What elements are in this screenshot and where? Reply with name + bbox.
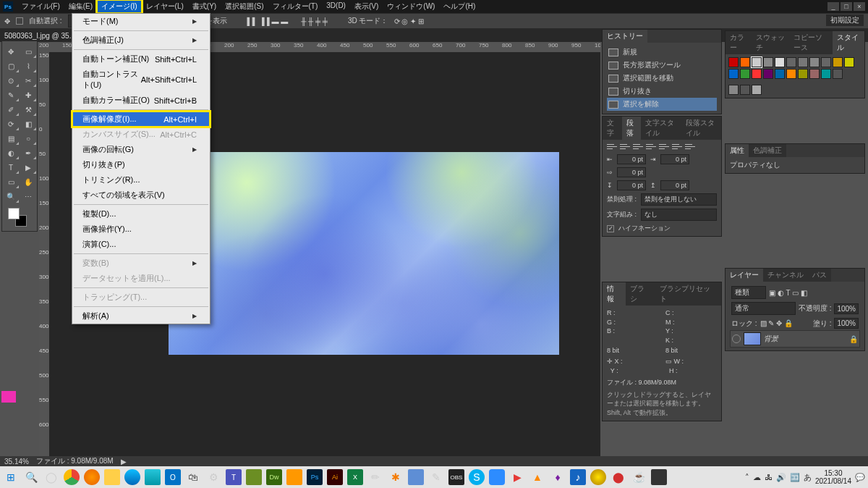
swatch[interactable] bbox=[809, 69, 820, 79]
3d-mode-icons[interactable]: ⟳ ◎ ✦ ⊞ bbox=[394, 17, 424, 25]
menu-item[interactable]: すべての領域を表示(V) bbox=[72, 188, 210, 203]
minimize-button[interactable]: _ bbox=[827, 2, 839, 11]
app-icon-3[interactable]: ✱ bbox=[388, 469, 404, 485]
tab[interactable]: レイヤー bbox=[726, 269, 763, 282]
swatch[interactable] bbox=[821, 57, 831, 67]
skype-icon[interactable]: S bbox=[469, 469, 485, 485]
hyphenate-checkbox[interactable]: ✓ bbox=[607, 225, 614, 232]
brush-tool[interactable]: ✐ bbox=[2, 102, 20, 117]
init-defaults-button[interactable]: 初期設定 bbox=[826, 14, 864, 26]
swatch[interactable] bbox=[821, 69, 831, 79]
swatch[interactable] bbox=[844, 57, 854, 67]
swatch[interactable] bbox=[752, 57, 762, 67]
teams-icon[interactable]: T bbox=[226, 469, 242, 485]
blend-mode-select[interactable]: 通常 bbox=[731, 302, 796, 315]
tab[interactable]: 情報 bbox=[603, 282, 626, 306]
network-icon[interactable]: 🖧 bbox=[765, 473, 773, 481]
align-icons-row[interactable] bbox=[607, 143, 717, 151]
app-icon-5[interactable]: ✎ bbox=[428, 469, 444, 485]
menu-9[interactable]: ウィンドウ(W) bbox=[383, 0, 439, 13]
menu-item[interactable]: 自動コントラスト(U)Alt+Shift+Ctrl+L bbox=[72, 67, 210, 93]
menu-7[interactable]: 3D(D) bbox=[322, 0, 350, 13]
swatch[interactable] bbox=[786, 57, 796, 67]
space-after-field[interactable]: 0 pt bbox=[660, 180, 689, 190]
healing-tool[interactable]: ✚ bbox=[20, 88, 37, 102]
app-icon-9[interactable] bbox=[590, 469, 606, 485]
swatch[interactable] bbox=[775, 57, 785, 67]
swatch[interactable] bbox=[775, 69, 785, 79]
quick-mask-button[interactable] bbox=[1, 391, 16, 403]
swatch[interactable] bbox=[833, 57, 843, 67]
dodge-tool[interactable]: ◐ bbox=[2, 146, 20, 160]
tab[interactable]: カラー bbox=[726, 31, 752, 54]
edit-toolbar[interactable]: ⋯ bbox=[20, 189, 37, 203]
tab[interactable]: 段落 bbox=[622, 117, 642, 140]
app-icon-8[interactable]: ♪ bbox=[570, 469, 586, 485]
app-icon-11[interactable]: ☕ bbox=[631, 469, 647, 485]
pen-tool[interactable]: ✒ bbox=[20, 146, 37, 160]
swatch[interactable] bbox=[740, 85, 750, 95]
type-tool[interactable]: T bbox=[2, 160, 20, 174]
tab[interactable]: ブラシ bbox=[626, 282, 656, 306]
obs-icon[interactable]: OBS bbox=[448, 469, 464, 485]
swatch[interactable] bbox=[752, 69, 762, 79]
lasso-tool[interactable]: ⌇ bbox=[20, 59, 37, 73]
app-icon-6[interactable]: ▶ bbox=[509, 469, 525, 485]
visibility-icon[interactable] bbox=[732, 335, 741, 343]
taskbar-clock[interactable]: 15:302021/08/14 bbox=[815, 469, 851, 485]
tab[interactable]: ブラシプリセット bbox=[655, 282, 721, 306]
menu-6[interactable]: フィルター(T) bbox=[268, 0, 323, 13]
opacity-field[interactable]: 100% bbox=[834, 303, 859, 314]
menu-item[interactable]: 解析(A)▶ bbox=[72, 308, 210, 324]
menu-5[interactable]: 選択範囲(S) bbox=[221, 0, 268, 13]
swatch[interactable] bbox=[763, 57, 773, 67]
doc-info[interactable]: ファイル : 9.08M/9.08M bbox=[36, 456, 114, 466]
system-tray[interactable]: ˄ ☁ 🖧 🔊 🈁 あ 15:302021/08/14 💬 bbox=[745, 469, 865, 485]
vlc-icon[interactable]: ▲ bbox=[529, 469, 545, 485]
ime-mode[interactable]: あ bbox=[804, 472, 812, 483]
lock-icons[interactable]: ▨ ✎ ✥ 🔒 bbox=[760, 319, 793, 327]
swatch[interactable] bbox=[740, 57, 750, 67]
menu-item[interactable]: 複製(D)... bbox=[72, 206, 210, 222]
excel-icon[interactable]: X bbox=[347, 469, 363, 485]
tab[interactable]: 文字スタイル bbox=[641, 117, 681, 140]
maximize-button[interactable]: □ bbox=[841, 2, 852, 11]
history-item[interactable]: 選択を解除 bbox=[607, 98, 717, 111]
search-button[interactable]: 🔍 bbox=[23, 469, 39, 485]
fill-field[interactable]: 100% bbox=[834, 318, 859, 329]
menu-item[interactable]: 画像の回転(G)▶ bbox=[72, 142, 210, 157]
tab[interactable]: スタイル bbox=[833, 31, 864, 54]
swatch[interactable] bbox=[833, 69, 843, 79]
eraser-tool[interactable]: ◧ bbox=[20, 117, 37, 131]
notification-icon[interactable]: 💬 bbox=[855, 473, 865, 482]
app-icon-2[interactable]: ✏ bbox=[367, 469, 383, 485]
space-before-field[interactable]: 0 pt bbox=[617, 180, 646, 190]
tab[interactable]: 段落スタイル bbox=[681, 117, 722, 140]
menu-item[interactable]: データセットを適用(L)... bbox=[72, 271, 210, 286]
composer-select[interactable]: 禁則を使用しない bbox=[641, 193, 717, 206]
menu-item[interactable]: 変数(B)▶ bbox=[72, 256, 210, 271]
tab[interactable]: 属性 bbox=[726, 144, 749, 157]
menu-item[interactable]: トリミング(R)... bbox=[72, 172, 210, 188]
layer-row-background[interactable]: 背景 🔒 bbox=[730, 330, 860, 348]
stamp-tool[interactable]: ⚒ bbox=[20, 102, 37, 117]
swatch[interactable] bbox=[798, 69, 808, 79]
illustrator-icon[interactable]: Ai bbox=[327, 469, 343, 485]
history-item[interactable]: 選択範囲を移動 bbox=[607, 72, 717, 85]
menu-2[interactable]: イメージ(I) bbox=[97, 0, 141, 13]
history-item[interactable]: 新規 bbox=[607, 46, 717, 59]
chrome-icon[interactable] bbox=[64, 469, 80, 485]
zoom-icon[interactable] bbox=[489, 469, 505, 485]
path-select-tool[interactable]: ▶ bbox=[20, 160, 37, 174]
zoom-level[interactable]: 35.14% bbox=[4, 458, 29, 466]
menu-item[interactable]: 自動トーン補正(N)Shift+Ctrl+L bbox=[72, 51, 210, 67]
menu-10[interactable]: ヘルプ(H) bbox=[439, 0, 480, 13]
layer-filter-kind[interactable]: 種類 bbox=[731, 286, 766, 299]
tab[interactable]: コピーソース bbox=[789, 31, 833, 54]
start-button[interactable]: ⊞ bbox=[3, 469, 19, 485]
menu-item[interactable]: 色調補正(J)▶ bbox=[72, 33, 210, 48]
app-icon-10[interactable]: ⬤ bbox=[610, 469, 626, 485]
dreamweaver-icon[interactable]: Dw bbox=[266, 469, 282, 485]
cortana-button[interactable]: ◯ bbox=[43, 469, 59, 485]
indent-left-field[interactable]: 0 pt bbox=[617, 154, 646, 164]
